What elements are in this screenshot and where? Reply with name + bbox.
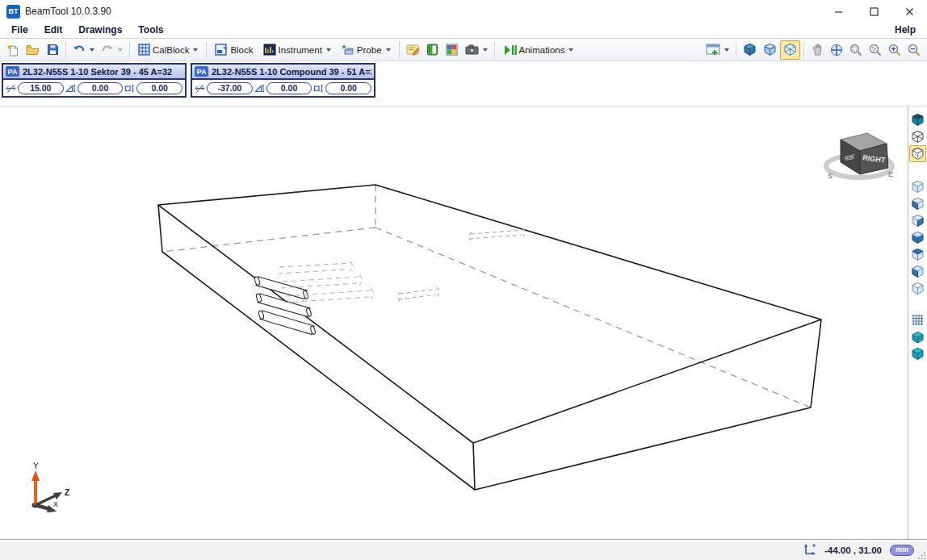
menu-help[interactable]: Help bbox=[887, 23, 924, 38]
section-solid-icon bbox=[911, 331, 925, 344]
render-solid-cube-icon bbox=[911, 113, 925, 127]
solid-view-button[interactable] bbox=[909, 345, 926, 362]
render-solid-button[interactable] bbox=[740, 40, 760, 60]
window-title: BeamTool 10.0.3.90 bbox=[25, 6, 111, 17]
menu-file[interactable]: File bbox=[3, 23, 36, 38]
view-top-cube-icon bbox=[911, 248, 925, 261]
materials-book-button[interactable] bbox=[423, 40, 443, 60]
offset-value-field[interactable] bbox=[325, 82, 371, 94]
probe-card-1-header[interactable]: PA 2L32-N55S 1-10 Sektor 39 - 45 A=32 bbox=[3, 65, 185, 80]
new-document-button[interactable] bbox=[3, 40, 23, 60]
resize-grip[interactable] bbox=[918, 551, 926, 559]
calblock-wireframe bbox=[0, 107, 908, 539]
view-back-button[interactable] bbox=[909, 212, 926, 229]
render-wireframe-button[interactable] bbox=[780, 40, 800, 60]
snapshot-button[interactable] bbox=[462, 40, 491, 60]
materials-book-icon bbox=[426, 44, 438, 56]
zoom-window-button[interactable] bbox=[846, 40, 866, 60]
probe-title: 2L32-N55S 1-10 Sektor 39 - 45 A=32 bbox=[23, 67, 172, 77]
view-front-button[interactable] bbox=[909, 280, 926, 297]
units-badge[interactable]: mm bbox=[890, 545, 914, 556]
grid-toggle-button[interactable] bbox=[909, 311, 926, 328]
view-sidebar bbox=[908, 107, 927, 539]
view-bottom-button[interactable] bbox=[909, 195, 926, 212]
open-button[interactable] bbox=[23, 40, 43, 60]
pa-badge: PA bbox=[195, 66, 208, 77]
pan-hand-icon bbox=[812, 44, 824, 56]
instrument-button[interactable]: Instrument bbox=[258, 40, 336, 60]
render-translucent-cube-icon bbox=[763, 43, 777, 56]
app-window: BT BeamTool 10.0.3.90 File Edit Drawings… bbox=[0, 0, 927, 560]
calblock-button[interactable]: CalBlock bbox=[133, 40, 203, 60]
zoom-dynamic-icon bbox=[869, 44, 882, 56]
palette-button[interactable] bbox=[443, 40, 462, 60]
grid-icon bbox=[912, 314, 924, 326]
instrument-icon bbox=[263, 44, 276, 56]
render-translucent-button[interactable] bbox=[760, 40, 780, 60]
reports-dropdown-caret bbox=[724, 48, 729, 52]
block-icon bbox=[215, 44, 228, 56]
probe-button[interactable]: Probe bbox=[336, 40, 396, 60]
save-button[interactable] bbox=[43, 40, 62, 60]
close-button[interactable] bbox=[891, 0, 927, 23]
new-document-icon bbox=[6, 44, 19, 56]
angle-value-field[interactable] bbox=[266, 82, 312, 94]
view-iso-button[interactable] bbox=[909, 178, 926, 195]
view-top-button[interactable] bbox=[909, 246, 926, 263]
redo-button[interactable] bbox=[98, 40, 126, 60]
compass-south-label: S bbox=[828, 172, 833, 180]
maximize-button[interactable] bbox=[856, 0, 891, 23]
save-icon bbox=[47, 44, 59, 56]
minimize-button[interactable] bbox=[820, 0, 856, 23]
zoom-in-button[interactable] bbox=[885, 40, 904, 60]
menu-edit[interactable]: Edit bbox=[36, 23, 71, 38]
reports-panel-button[interactable] bbox=[703, 40, 732, 60]
offset-icon bbox=[313, 83, 324, 94]
render-wireframe-button[interactable] bbox=[909, 128, 926, 145]
calblock-dropdown-caret bbox=[193, 48, 198, 52]
menu-tools[interactable]: Tools bbox=[130, 23, 171, 38]
3d-viewport[interactable]: S E RIGHT FRONT Y Z X bbox=[0, 107, 908, 539]
animations-button[interactable]: Animations bbox=[498, 40, 579, 60]
skew-value-field[interactable] bbox=[207, 82, 253, 94]
section-view-button[interactable] bbox=[909, 328, 926, 345]
zoom-in-icon bbox=[888, 44, 901, 56]
pan-button[interactable] bbox=[807, 40, 827, 60]
skew-icon bbox=[6, 83, 16, 94]
zoom-out-button[interactable] bbox=[904, 40, 924, 60]
drawing-notes-button[interactable] bbox=[403, 40, 423, 60]
navigation-cube[interactable]: S E RIGHT FRONT bbox=[822, 127, 896, 184]
skew-value-field[interactable] bbox=[18, 82, 64, 94]
instrument-dropdown-caret bbox=[326, 48, 331, 52]
hidden-holes bbox=[398, 228, 526, 301]
zoom-extents-button[interactable] bbox=[827, 40, 846, 60]
coordinate-system-icon[interactable] bbox=[803, 543, 816, 557]
angle-value-field[interactable] bbox=[78, 82, 124, 94]
menu-drawings[interactable]: Drawings bbox=[70, 23, 130, 38]
probe-card-1[interactable]: PA 2L32-N55S 1-10 Sektor 39 - 45 A=32 bbox=[2, 63, 187, 98]
undo-dropdown-caret bbox=[90, 48, 94, 52]
snapshot-icon bbox=[465, 44, 479, 55]
probe-card-2[interactable]: PA 2L32-N55S 1-10 Compound 39 - 51 A=20 bbox=[191, 63, 375, 98]
render-solid-button[interactable] bbox=[909, 111, 926, 128]
axis-y-label: Y bbox=[33, 462, 39, 470]
undo-button[interactable] bbox=[69, 40, 98, 60]
cursor-coordinates: -44.00 , 31.00 bbox=[824, 545, 882, 555]
axis-triad: Y Z X bbox=[16, 462, 73, 521]
view-corner-button[interactable] bbox=[909, 229, 926, 246]
view-back-cube-icon bbox=[911, 214, 925, 228]
block-button[interactable]: Block bbox=[210, 40, 258, 60]
offset-value-field[interactable] bbox=[136, 82, 182, 94]
zoom-dynamic-button[interactable] bbox=[866, 40, 885, 60]
view-bottom-cube-icon bbox=[911, 197, 925, 211]
view-iso-cube-icon bbox=[911, 180, 925, 194]
beam-angle-icon bbox=[254, 83, 265, 94]
menu-bar: File Edit Drawings Tools Help bbox=[0, 23, 927, 39]
render-wireframe-cube-icon bbox=[911, 130, 925, 144]
render-solid-cube-icon bbox=[743, 43, 757, 56]
reports-panel-icon bbox=[706, 44, 720, 56]
probe-card-2-header[interactable]: PA 2L32-N55S 1-10 Compound 39 - 51 A=20 bbox=[192, 65, 374, 80]
calblock-icon bbox=[138, 44, 150, 56]
render-hybrid-button[interactable] bbox=[909, 145, 926, 162]
view-left-button[interactable] bbox=[909, 263, 926, 280]
